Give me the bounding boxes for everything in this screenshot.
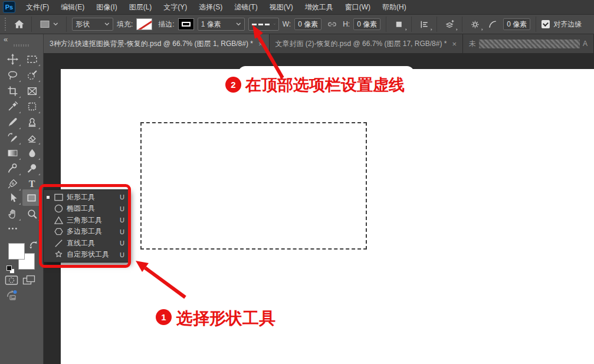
stroke-label: 描边: — [158, 19, 174, 29]
corner-radius-button[interactable] — [485, 17, 500, 31]
stroke-color-swatch[interactable] — [178, 18, 194, 30]
lasso-tool-icon — [7, 70, 18, 81]
swap-colors-button[interactable] — [29, 241, 39, 249]
menu-edit[interactable]: 编辑(E) — [55, 0, 90, 14]
share-image-button[interactable] — [6, 289, 19, 301]
rectangle-tool-icon — [26, 192, 37, 204]
corner-radius-arc-icon — [488, 19, 497, 29]
dropdown-mark — [479, 27, 483, 31]
divider — [31, 17, 32, 32]
menu-select[interactable]: 选择(S) — [193, 0, 228, 14]
shape-height-field[interactable]: 0 像素 — [353, 18, 380, 30]
collapse-panel-button[interactable]: « — [4, 35, 8, 44]
menu-plugins[interactable]: 增效工具 — [299, 0, 339, 14]
shape-width-field[interactable]: 0 像素 — [294, 18, 321, 30]
crop-tool[interactable] — [4, 84, 21, 99]
path-alignment-button[interactable] — [417, 17, 431, 31]
home-button[interactable] — [12, 17, 26, 31]
screen-mode-icon — [22, 275, 36, 286]
document-tab-3-censored[interactable]: 未 A — [463, 34, 594, 53]
link-dimensions-button[interactable] — [325, 17, 339, 31]
blur-tool[interactable] — [24, 146, 40, 160]
screen-mode-button[interactable] — [22, 275, 36, 286]
path-selection-tool[interactable] — [4, 191, 21, 205]
close-tab-icon[interactable]: × — [452, 40, 457, 48]
mixer-brush-icon — [7, 163, 18, 174]
menu-view[interactable]: 视图(V) — [264, 0, 299, 14]
align-edges-checkbox[interactable] — [542, 20, 550, 28]
dropdown-mark — [403, 27, 406, 31]
mixer-brush-tool[interactable] — [4, 161, 21, 176]
history-brush-icon — [7, 132, 18, 143]
pen-tool[interactable] — [4, 176, 21, 191]
menu-image[interactable]: 图像(I) — [90, 0, 123, 14]
hand-tool-icon — [7, 208, 18, 219]
pen-tool-icon — [7, 178, 18, 189]
frame-tool-icon — [27, 86, 38, 97]
step-1-badge: 1 — [156, 309, 172, 325]
lasso-tool[interactable] — [4, 68, 21, 83]
hand-tool[interactable] — [4, 206, 21, 221]
stroke-dash-style-combo[interactable] — [248, 18, 279, 31]
dropdown-mark — [454, 27, 457, 31]
eyedropper-tool[interactable] — [4, 99, 21, 114]
dodge-tool[interactable] — [24, 161, 40, 176]
dropdown-mark — [428, 27, 432, 31]
censored-mosaic — [479, 40, 580, 48]
document-tab-1[interactable]: 3种方法快速抠图换背景-恢复的.psd @ 66.7% (图层 1, RGB/8… — [44, 34, 270, 53]
rectangular-marquee-tool[interactable] — [24, 52, 40, 67]
move-tool[interactable] — [4, 52, 21, 67]
path-operations-button[interactable] — [392, 17, 406, 31]
options-bar: 形状 填充: 描边: 1 像素 W: 0 像素 H: 0 像素 0 像素 — [0, 14, 594, 34]
divider — [411, 17, 412, 32]
default-colors-button[interactable] — [6, 265, 15, 274]
clone-stamp-tool[interactable] — [24, 115, 40, 130]
healing-brush-tool[interactable] — [24, 99, 40, 114]
options-bar-grip[interactable] — [5, 18, 7, 31]
rectangle-tool-selected[interactable] — [22, 189, 41, 206]
path-arrangement-button[interactable] — [442, 17, 457, 31]
menu-layer[interactable]: 图层(L) — [123, 0, 158, 14]
gear-icon — [470, 19, 480, 29]
tool-preset-picker[interactable] — [37, 17, 61, 31]
history-brush-tool[interactable] — [4, 130, 21, 145]
magnifier-icon — [27, 208, 38, 219]
fill-color-swatch[interactable] — [136, 18, 152, 30]
panel-grip[interactable] — [14, 44, 30, 47]
corner-radius-field[interactable]: 0 像素 — [503, 18, 530, 30]
photoshop-logo: Ps — [3, 1, 15, 13]
quick-mask-button[interactable] — [5, 275, 18, 286]
height-label: H: — [343, 20, 350, 28]
menu-help[interactable]: 帮助(H) — [376, 0, 412, 14]
foreground-color-swatch[interactable] — [8, 243, 25, 260]
edit-toolbar-button[interactable] — [4, 221, 21, 236]
document-tab-2[interactable]: 文章封面 (2)-恢复的.psd @ 66.7% (图层 17, RGB/8#)… — [270, 34, 464, 53]
stroke-width-value: 1 像素 — [201, 19, 221, 29]
quick-mask-icon — [5, 275, 18, 286]
divider — [66, 17, 67, 32]
swap-arrows-icon — [29, 241, 39, 249]
dashed-line-icon — [252, 24, 270, 25]
dashed-rectangle-shape — [140, 122, 367, 250]
document-tab-bar: 3种方法快速抠图换背景-恢复的.psd @ 66.7% (图层 1, RGB/8… — [44, 34, 594, 53]
menu-filter[interactable]: 滤镜(T) — [228, 0, 263, 14]
tool-mode-select[interactable]: 形状 — [72, 18, 113, 31]
ellipsis-icon — [7, 223, 18, 234]
stamp-tool-icon — [27, 117, 38, 128]
tool-mode-value: 形状 — [76, 19, 90, 29]
menu-file[interactable]: 文件(F) — [20, 0, 55, 14]
close-tab-icon[interactable]: × — [258, 40, 263, 48]
frame-tool[interactable] — [24, 84, 40, 99]
menu-type[interactable]: 文字(Y) — [157, 0, 193, 14]
eraser-tool[interactable] — [24, 130, 40, 145]
object-selection-tool[interactable] — [24, 68, 40, 83]
eyedropper-tool-icon — [7, 101, 18, 112]
menu-window[interactable]: 窗口(W) — [339, 0, 376, 14]
annotation-highlight-box — [39, 184, 131, 268]
gradient-tool[interactable] — [4, 146, 21, 160]
stroke-width-combo[interactable]: 1 像素 — [198, 18, 245, 31]
shape-settings-button[interactable] — [468, 17, 482, 31]
zoom-tool[interactable] — [24, 206, 40, 221]
chevron-down-icon — [274, 22, 275, 26]
brush-tool[interactable] — [4, 115, 21, 130]
